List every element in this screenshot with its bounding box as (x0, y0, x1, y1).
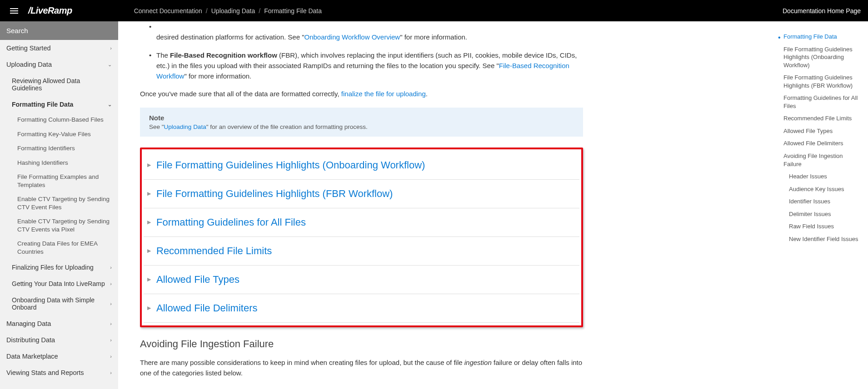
sidebar-item[interactable]: Creating Data Files for EMEA Countries (0, 236, 118, 259)
chevron-icon: › (110, 265, 112, 270)
body-text: Once you've made sure that all of the da… (140, 89, 583, 99)
sidebar-item-label: Formatting Key-Value Files (17, 130, 91, 138)
header-left: /LiveRamp Connect Documentation / Upload… (7, 5, 322, 16)
sidebar-item-label: Creating Data Files for EMEA Countries (17, 240, 112, 256)
toc-link[interactable]: Allowed File Delimiters (783, 137, 862, 150)
expander-title: Allowed File Types (156, 274, 239, 286)
sidebar-item[interactable]: Finalizing Files for Uploading› (0, 259, 118, 276)
sidebar-item-label: Distributing Data (6, 336, 55, 344)
chevron-icon: ⌄ (108, 62, 112, 68)
inline-link[interactable]: finalize the file for uploading (341, 90, 426, 98)
menu-icon[interactable] (7, 5, 21, 16)
sidebar-item[interactable]: Enable CTV Targeting by Sending CTV Even… (0, 192, 118, 214)
sidebar-nav: Search Getting Started›Uploading Data⌄Re… (0, 21, 118, 389)
expander-title: Recommended File Limits (156, 245, 272, 257)
expander-row[interactable]: ▶Allowed File Types (144, 266, 579, 294)
chevron-icon: › (110, 370, 112, 375)
toc-link[interactable]: New Identifier Field Issues (783, 233, 862, 246)
sidebar-item-label: Reviewing Allowed Data Guidelines (12, 77, 112, 92)
expand-icon: ▶ (147, 276, 151, 282)
note-text: See "Uploading Data" for an overview of … (149, 123, 574, 130)
toc-link[interactable]: Audience Key Issues (783, 183, 862, 196)
sidebar-item[interactable]: Getting Started› (0, 40, 118, 56)
sidebar-item-label: Enable CTV Targeting by Sending CTV Even… (17, 195, 112, 211)
expander-row[interactable]: ▶File Formatting Guidelines Highlights (… (144, 180, 579, 208)
breadcrumb-link[interactable]: Uploading Data (211, 7, 255, 15)
sidebar-item[interactable]: Reviewing Allowed Data Guidelines (0, 73, 118, 96)
expander-title: Formatting Guidelines for All Files (156, 217, 306, 228)
sidebar-item[interactable]: Managing Data› (0, 315, 118, 332)
sidebar-item[interactable]: Distributing Data› (0, 332, 118, 348)
expand-icon: ▶ (147, 305, 151, 311)
expand-icon: ▶ (147, 191, 151, 197)
sidebar-item-label: Getting Started (6, 44, 51, 52)
chevron-icon: ⌄ (108, 102, 112, 108)
list-item: The File-Based Recognition workflow (FBR… (156, 50, 583, 82)
breadcrumb-sep: / (206, 7, 208, 15)
toc-link[interactable]: File Formatting Guidelines Highlights (O… (783, 43, 862, 72)
breadcrumb-link[interactable]: Connect Documentation (134, 7, 202, 15)
expander-title: Allowed File Delimiters (156, 302, 258, 314)
sidebar-item[interactable]: Formatting Identifiers (0, 141, 118, 156)
chevron-icon: › (110, 301, 112, 306)
sidebar-item[interactable]: Onboarding Data with Simple Onboard› (0, 292, 118, 315)
highlighted-section: ▶File Formatting Guidelines Highlights (… (140, 148, 583, 327)
sidebar-item[interactable]: Formatting Column-Based Files (0, 113, 118, 127)
note-title: Note (149, 114, 574, 122)
sidebar-item-label: Formatting Identifiers (17, 144, 75, 153)
chevron-icon: › (110, 337, 112, 343)
toc-link[interactable]: Allowed File Types (783, 125, 862, 138)
expand-icon: ▶ (147, 248, 151, 254)
toc-link[interactable]: Header Issues (783, 170, 862, 183)
expander-row[interactable]: ▶Formatting Guidelines for All Files (144, 208, 579, 237)
expander-row[interactable]: ▶Recommended File Limits (144, 237, 579, 266)
page-toc: Formatting File DataFile Formatting Guid… (777, 21, 868, 389)
sidebar-item[interactable]: Hashing Identifiers (0, 156, 118, 170)
inline-link[interactable]: Uploading Data (164, 123, 206, 130)
sidebar-item[interactable]: Viewing Stats and Reports› (0, 364, 118, 381)
main-content: desired destination platforms for activa… (118, 21, 777, 389)
sidebar-item-label: File Formatting Examples and Templates (17, 173, 112, 189)
expander-title: File Formatting Guidelines Highlights (F… (156, 188, 393, 200)
chevron-icon: › (110, 321, 112, 326)
sidebar-item[interactable]: Enable CTV Targeting by Sending CTV Even… (0, 214, 118, 236)
toc-link[interactable]: Avoiding File Ingestion Failure (783, 150, 862, 170)
note-callout: Note See "Uploading Data" for an overvie… (140, 108, 583, 137)
sidebar-item-label: Viewing Stats and Reports (6, 369, 84, 376)
section-heading: Avoiding File Ingestion Failure (140, 338, 583, 350)
sidebar-item[interactable]: Formatting File Data⌄ (0, 96, 118, 113)
logo[interactable]: /LiveRamp (28, 5, 72, 16)
sidebar-item[interactable]: Getting Your Data Into LiveRamp› (0, 276, 118, 292)
sidebar-item[interactable]: File Formatting Examples and Templates (0, 170, 118, 192)
toc-link[interactable]: Formatting Guidelines for All Files (783, 92, 862, 112)
chevron-icon: › (110, 45, 112, 51)
toc-link[interactable]: Raw Field Issues (783, 220, 862, 233)
search-input[interactable]: Search (0, 21, 118, 40)
sidebar-item[interactable]: Data Marketplace› (0, 348, 118, 364)
sidebar-item-label: Getting Your Data Into LiveRamp (12, 280, 105, 287)
toc-link[interactable]: Recommended File Limits (783, 112, 862, 125)
sidebar-item-label: Uploading Data (6, 61, 52, 68)
toc-link[interactable]: File Formatting Guidelines Highlights (F… (783, 71, 862, 92)
app-header: /LiveRamp Connect Documentation / Upload… (0, 0, 868, 21)
body-text: desired destination platforms for activa… (156, 21, 583, 43)
breadcrumb-sep: / (259, 7, 260, 15)
chevron-icon: › (110, 354, 112, 359)
sidebar-item[interactable]: Uploading Data⌄ (0, 56, 118, 73)
expander-row[interactable]: ▶Allowed File Delimiters (144, 294, 579, 323)
home-link[interactable]: Documentation Home Page (783, 7, 861, 15)
sidebar-item-label: Enable CTV Targeting by Sending CTV Even… (17, 217, 112, 233)
body-text: There are many possible considerations t… (140, 357, 583, 379)
sidebar-item-label: Hashing Identifiers (17, 159, 68, 167)
toc-link[interactable]: Delimiter Issues (783, 208, 862, 221)
chevron-icon: › (110, 281, 112, 286)
sidebar-item[interactable]: Formatting Key-Value Files (0, 127, 118, 142)
sidebar-item-label: Managing Data (6, 320, 51, 327)
expander-row[interactable]: ▶File Formatting Guidelines Highlights (… (144, 157, 579, 180)
sidebar-item-label: Formatting File Data (12, 101, 73, 108)
sidebar-item-label: Data Marketplace (6, 353, 58, 360)
toc-link[interactable]: Identifier Issues (783, 195, 862, 208)
inline-link[interactable]: Onboarding Workflow Overview (304, 33, 400, 41)
toc-link[interactable]: Formatting File Data (783, 30, 862, 43)
sidebar-item-label: Onboarding Data with Simple Onboard (12, 296, 110, 311)
